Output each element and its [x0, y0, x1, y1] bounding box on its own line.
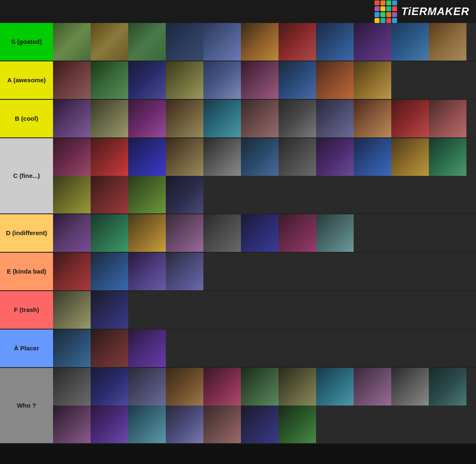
list-item[interactable]	[91, 100, 128, 137]
list-item[interactable]	[203, 23, 241, 61]
list-item[interactable]	[91, 291, 128, 329]
list-item[interactable]	[316, 61, 354, 99]
list-item[interactable]	[91, 253, 128, 290]
list-item[interactable]	[354, 138, 391, 176]
list-item[interactable]	[53, 138, 91, 176]
list-item[interactable]	[128, 61, 166, 99]
list-item[interactable]	[53, 406, 91, 443]
list-item[interactable]	[241, 368, 279, 406]
tier-list: TiERMAKER S (goated) A (awesome)	[0, 0, 476, 444]
tier-label-a: A (awesome)	[0, 61, 53, 99]
list-item[interactable]	[166, 138, 203, 176]
list-item[interactable]	[53, 368, 91, 406]
list-item[interactable]	[429, 138, 466, 176]
list-item[interactable]	[354, 23, 391, 61]
list-item[interactable]	[128, 330, 166, 367]
list-item[interactable]	[391, 368, 429, 406]
list-item[interactable]	[203, 61, 241, 99]
list-item[interactable]	[391, 138, 429, 176]
tiermaker-logo: TiERMAKER	[375, 0, 469, 23]
list-item[interactable]	[91, 61, 128, 99]
tier-items-a	[53, 61, 476, 99]
tier-row-c: C (fine...)	[0, 138, 476, 214]
tier-label-s: S (goated)	[0, 23, 53, 61]
list-item[interactable]	[279, 100, 316, 137]
list-item[interactable]	[166, 368, 203, 406]
list-item[interactable]	[91, 138, 128, 176]
list-item[interactable]	[128, 368, 166, 406]
list-item[interactable]	[166, 406, 203, 443]
tier-label-d: D (indifferent)	[0, 214, 53, 252]
list-item[interactable]	[53, 100, 91, 137]
list-item[interactable]	[166, 100, 203, 137]
list-item[interactable]	[128, 100, 166, 137]
tier-label-c: C (fine...)	[0, 138, 53, 213]
list-item[interactable]	[391, 100, 429, 137]
list-item[interactable]	[279, 23, 316, 61]
list-item[interactable]	[166, 214, 203, 252]
list-item[interactable]	[316, 214, 354, 252]
list-item[interactable]	[128, 138, 166, 176]
list-item[interactable]	[91, 368, 128, 406]
list-item[interactable]	[316, 138, 354, 176]
list-item[interactable]	[203, 214, 241, 252]
list-item[interactable]	[128, 253, 166, 290]
list-item[interactable]	[279, 61, 316, 99]
list-item[interactable]	[241, 100, 279, 137]
list-item[interactable]	[279, 368, 316, 406]
list-item[interactable]	[128, 23, 166, 61]
list-item[interactable]	[166, 61, 203, 99]
list-item[interactable]	[53, 291, 91, 329]
list-item[interactable]	[203, 138, 241, 176]
tier-label-placer: À Placer	[0, 330, 53, 367]
list-item[interactable]	[279, 214, 316, 252]
list-item[interactable]	[429, 23, 466, 61]
tier-items-e	[53, 253, 476, 290]
list-item[interactable]	[53, 61, 91, 99]
list-item[interactable]	[354, 368, 391, 406]
list-item[interactable]	[53, 214, 91, 252]
tier-row-f: F (trash)	[0, 291, 476, 330]
list-item[interactable]	[354, 61, 391, 99]
list-item[interactable]	[241, 406, 279, 443]
list-item[interactable]	[316, 23, 354, 61]
list-item[interactable]	[316, 100, 354, 137]
list-item[interactable]	[391, 23, 429, 61]
list-item[interactable]	[429, 100, 466, 137]
list-item[interactable]	[279, 406, 316, 443]
list-item[interactable]	[429, 368, 466, 406]
list-item[interactable]	[316, 368, 354, 406]
tier-label-b: B (cool)	[0, 100, 53, 137]
list-item[interactable]	[53, 330, 91, 367]
list-item[interactable]	[166, 253, 203, 290]
list-item[interactable]	[241, 23, 279, 61]
list-item[interactable]	[91, 406, 128, 443]
tier-label-f: F (trash)	[0, 291, 53, 329]
tier-items-s	[53, 23, 476, 61]
list-item[interactable]	[128, 176, 166, 213]
list-item[interactable]	[354, 100, 391, 137]
tier-row-a: A (awesome)	[0, 61, 476, 100]
list-item[interactable]	[128, 406, 166, 443]
tier-row-b: B (cool)	[0, 100, 476, 138]
list-item[interactable]	[203, 406, 241, 443]
list-item[interactable]	[53, 253, 91, 290]
list-item[interactable]	[241, 214, 279, 252]
list-item[interactable]	[91, 176, 128, 213]
tier-row-who: Who ?	[0, 368, 476, 444]
list-item[interactable]	[91, 214, 128, 252]
list-item[interactable]	[91, 330, 128, 367]
list-item[interactable]	[203, 100, 241, 137]
list-item[interactable]	[91, 23, 128, 61]
tier-items-who	[53, 368, 476, 443]
list-item[interactable]	[166, 176, 203, 213]
list-item[interactable]	[128, 214, 166, 252]
list-item[interactable]	[203, 368, 241, 406]
list-item[interactable]	[166, 23, 203, 61]
list-item[interactable]	[53, 176, 91, 213]
list-item[interactable]	[279, 138, 316, 176]
list-item[interactable]	[241, 138, 279, 176]
tier-label-e: E (kinda bad)	[0, 253, 53, 290]
list-item[interactable]	[241, 61, 279, 99]
list-item[interactable]	[53, 23, 91, 61]
